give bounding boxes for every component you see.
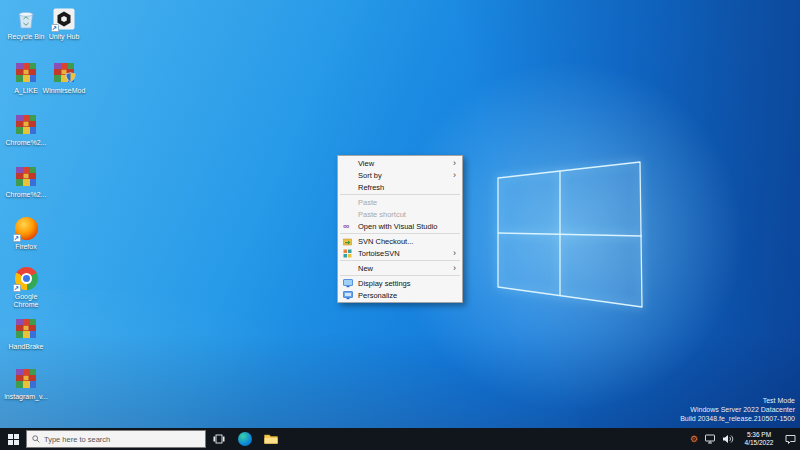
edge-icon [238,432,252,446]
winrar-archive-icon [14,112,39,137]
menu-item-label: Sort by [358,171,453,180]
gear-icon: ⚙ [690,435,698,444]
volume-button[interactable] [721,428,735,450]
test-mode-watermark: Test Mode Windows Server 2022 Datacenter… [680,396,795,423]
menu-item-label: Refresh [358,183,457,192]
submenu-arrow-icon: › [453,171,456,180]
desktop-icon-label: Recycle Bin [8,33,45,41]
desktop[interactable]: Recycle Bin ↗ Unity Hub A_LIKE [0,0,800,450]
menu-item-tortoisesvn[interactable]: TortoiseSVN › [338,247,462,259]
unity-hub-icon: ↗ [52,6,77,31]
menu-item-svn-checkout[interactable]: SVN Checkout... [338,235,462,247]
windows-logo-icon [8,434,19,445]
menu-item-open-with-visual-studio[interactable]: ∞ Open with Visual Studio [338,220,462,232]
personalize-icon [343,291,358,300]
start-button[interactable] [0,428,26,450]
speaker-icon [722,434,734,444]
desktop-icon-handbrake[interactable]: HandBrake [4,316,48,351]
watermark-line-1: Test Mode [680,396,795,405]
clock-date: 4/15/2022 [738,439,780,447]
menu-item-label: SVN Checkout... [358,237,457,246]
winrar-archive-icon [14,366,39,391]
desktop-icon-instagram-archive[interactable]: instagram_v... [4,366,48,401]
shortcut-arrow-badge: ↗ [13,284,21,292]
menu-item-label: New [358,264,453,273]
menu-item-paste: Paste [338,196,462,208]
desktop-context-menu: View › Sort by › Refresh Paste Paste sho… [337,155,463,303]
winrar-archive-shield-icon [52,60,77,85]
desktop-icon-winmirsemod[interactable]: WinmirseMod [42,60,86,95]
system-tray: ⚙ 5:36 PM 4/15/2022 [687,428,800,450]
edge-taskbar-button[interactable] [232,428,258,450]
file-explorer-icon [264,433,278,445]
svn-checkout-icon [343,237,358,246]
shortcut-arrow-badge: ↗ [51,24,59,32]
menu-item-personalize[interactable]: Personalize [338,289,462,301]
menu-separator [340,194,460,195]
taskbar-clock[interactable]: 5:36 PM 4/15/2022 [738,431,780,447]
menu-item-label: Open with Visual Studio [358,222,457,231]
menu-item-label: Display settings [358,279,457,288]
menu-item-label: Paste [358,198,457,207]
network-icon [705,434,717,444]
menu-separator [340,260,460,261]
tray-app-button[interactable]: ⚙ [687,428,701,450]
menu-item-label: TortoiseSVN [358,249,453,258]
desktop-icon-label: HandBrake [8,343,43,351]
file-explorer-taskbar-button[interactable] [258,428,284,450]
shortcut-arrow-badge: ↗ [13,234,21,242]
submenu-arrow-icon: › [453,249,456,258]
tortoisesvn-icon [343,249,358,258]
menu-item-sort-by[interactable]: Sort by › [338,169,462,181]
desktop-icon-chrome-archive-1[interactable]: Chrome%2... [4,112,48,147]
winrar-archive-icon [14,60,39,85]
network-button[interactable] [704,428,718,450]
desktop-icon-label: Unity Hub [49,33,80,41]
menu-item-label: View [358,159,453,168]
action-center-button[interactable] [783,428,797,450]
menu-item-display-settings[interactable]: Display settings [338,277,462,289]
menu-separator [340,233,460,234]
desktop-icon-chrome-archive-2[interactable]: Chrome%2... [4,164,48,199]
winrar-archive-icon [14,164,39,189]
desktop-icon-label: A_LIKE [14,87,38,95]
desktop-icon-label: Firefox [15,243,36,251]
task-view-icon [213,433,225,445]
recycle-bin-icon [14,6,39,31]
clock-time: 5:36 PM [738,431,780,439]
menu-item-view[interactable]: View › [338,157,462,169]
menu-item-label: Paste shortcut [358,210,457,219]
desktop-icon-label: Chrome%2... [6,191,47,199]
action-center-icon [785,434,796,444]
task-view-button[interactable] [206,428,232,450]
windows-logo-wallpaper [490,155,652,317]
submenu-arrow-icon: › [453,264,456,273]
submenu-arrow-icon: › [453,159,456,168]
menu-item-paste-shortcut: Paste shortcut [338,208,462,220]
search-placeholder: Type here to search [44,435,110,444]
menu-item-refresh[interactable]: Refresh [338,181,462,193]
desktop-icon-label: Chrome%2... [6,139,47,147]
winrar-archive-icon [14,316,39,341]
chrome-icon: ↗ [14,266,39,291]
watermark-line-3: Build 20348.fe_release.210507-1500 [680,414,795,423]
menu-item-label: Personalize [358,291,457,300]
taskbar-search-input[interactable]: Type here to search [26,430,206,448]
menu-item-new[interactable]: New › [338,262,462,274]
desktop-icon-label: Google Chrome [4,293,48,309]
desktop-icon-unity-hub[interactable]: ↗ Unity Hub [42,6,86,41]
search-icon [32,435,40,443]
visual-studio-icon: ∞ [343,222,358,231]
menu-separator [340,275,460,276]
desktop-icon-firefox[interactable]: ↗ Firefox [4,216,48,251]
watermark-line-2: Windows Server 2022 Datacenter [680,405,795,414]
firefox-icon: ↗ [14,216,39,241]
desktop-icon-google-chrome[interactable]: ↗ Google Chrome [4,266,48,309]
desktop-icon-label: WinmirseMod [43,87,86,95]
desktop-icon-label: instagram_v... [4,393,47,401]
taskbar: Type here to search ⚙ [0,428,800,450]
display-settings-icon [343,279,358,288]
